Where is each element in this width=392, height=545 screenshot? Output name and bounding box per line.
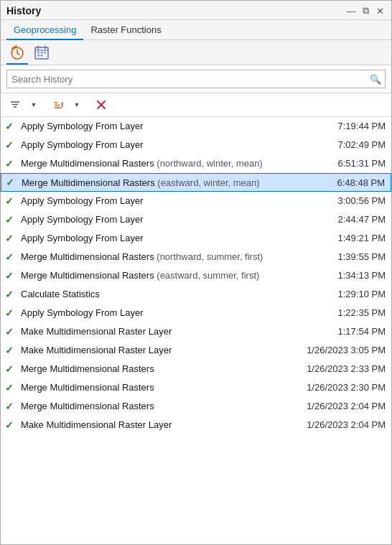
restore-button[interactable]: ⧉	[360, 5, 371, 17]
tab-raster-functions[interactable]: Raster Functions	[83, 20, 168, 40]
success-check-icon: ✓	[5, 270, 15, 281]
list-item[interactable]: ✓Apply Symbology From Layer7:19:44 PM	[1, 117, 391, 136]
item-name: Merge Multidimensional Rasters	[21, 382, 301, 393]
item-name: Make Multidimensional Raster Layer	[21, 326, 332, 337]
success-check-icon: ✓	[5, 139, 15, 151]
title-controls: — ⧉ ✕	[345, 5, 386, 17]
success-check-icon: ✓	[5, 214, 15, 225]
item-name: Apply Symbology From Layer	[21, 214, 332, 225]
item-time: 2:44:47 PM	[338, 214, 386, 225]
list-item[interactable]: ✓Merge Multidimensional Rasters1/26/2023…	[1, 360, 391, 378]
filter-dropdown-arrow: ▼	[31, 101, 37, 108]
item-name: Make Multidimensional Raster Layer	[21, 345, 301, 355]
search-icon: 🔍	[370, 74, 381, 85]
calendar-tool-button[interactable]	[31, 43, 52, 65]
success-check-icon: ✓	[5, 363, 15, 375]
svg-rect-8	[37, 55, 39, 57]
list-item[interactable]: ✓Make Multidimensional Raster Layer1/26/…	[1, 341, 391, 360]
success-check-icon: ✓	[5, 307, 15, 319]
calendar-icon	[34, 45, 50, 60]
list-item[interactable]: ✓Calculate Statistics1:29:10 PM	[1, 285, 391, 304]
item-time: 1:49:21 PM	[338, 233, 386, 243]
restore-icon: ⧉	[363, 5, 369, 17]
item-time: 1/26/2023 2:33 PM	[307, 363, 386, 374]
history-list[interactable]: ✓Apply Symbology From Layer7:19:44 PM✓Ap…	[1, 117, 391, 544]
success-check-icon: ✓	[5, 419, 15, 431]
filter-button[interactable]	[6, 96, 24, 113]
success-check-icon: ✓	[5, 251, 15, 263]
tabs-bar: Geoprocessing Raster Functions	[1, 20, 391, 40]
success-check-icon: ✓	[5, 121, 15, 132]
item-name: Make Multidimensional Raster Layer	[21, 419, 301, 430]
success-check-icon: ✓	[5, 195, 15, 207]
item-time: 1/26/2023 2:04 PM	[307, 419, 386, 430]
list-item[interactable]: ✓Merge Multidimensional Rasters (eastwar…	[1, 266, 391, 285]
svg-rect-7	[44, 52, 46, 54]
toolbar-icons-row	[1, 40, 391, 65]
minimize-button[interactable]: —	[345, 5, 357, 17]
item-time: 1:34:13 PM	[338, 270, 386, 281]
history-tool-button[interactable]	[6, 43, 28, 65]
list-item[interactable]: ✓Apply Symbology From Layer1:22:35 PM	[1, 304, 391, 322]
sort-dropdown-arrow: ▼	[74, 101, 80, 108]
list-item[interactable]: ✓Merge Multidimensional Rasters (eastwar…	[1, 173, 391, 192]
list-item[interactable]: ✓Apply Symbology From Layer2:44:47 PM	[1, 210, 391, 229]
delete-button[interactable]	[93, 96, 110, 113]
filter-dropdown-button[interactable]: ▼	[25, 96, 42, 113]
list-item[interactable]: ✓Make Multidimensional Raster Layer1:17:…	[1, 322, 391, 341]
item-name: Apply Symbology From Layer	[21, 139, 332, 150]
list-item[interactable]: ✓Merge Multidimensional Rasters (northwa…	[1, 248, 391, 266]
success-check-icon: ✓	[5, 158, 15, 169]
item-time: 6:48:48 PM	[337, 177, 386, 188]
history-icon	[9, 45, 25, 60]
item-name: Merge Multidimensional Rasters	[21, 401, 301, 411]
list-item[interactable]: ✓Merge Multidimensional Rasters1/26/2023…	[1, 378, 391, 397]
item-name: Apply Symbology From Layer	[21, 121, 332, 131]
item-name: Apply Symbology From Layer	[21, 195, 332, 206]
sort-dropdown-button[interactable]: ▼	[68, 96, 85, 113]
list-item[interactable]: ✓Merge Multidimensional Rasters1/26/2023…	[1, 397, 391, 416]
svg-rect-9	[41, 55, 43, 57]
item-time: 1:22:35 PM	[338, 307, 386, 318]
svg-rect-5	[37, 52, 39, 54]
item-time: 1/26/2023 3:05 PM	[307, 345, 386, 355]
sort-up-button[interactable]	[50, 96, 67, 113]
list-item[interactable]: ✓Apply Symbology From Layer3:00:56 PM	[1, 192, 391, 210]
list-item[interactable]: ✓Apply Symbology From Layer7:02:49 PM	[1, 136, 391, 154]
item-params: (eastward, winter, mean)	[155, 177, 260, 188]
success-check-icon: ✓	[5, 326, 15, 337]
delete-icon	[97, 101, 106, 109]
main-content: 🔍 ▼	[1, 65, 391, 544]
item-time: 7:19:44 PM	[338, 121, 386, 131]
item-time: 1/26/2023 2:30 PM	[307, 382, 386, 393]
list-item[interactable]: ✓Apply Symbology From Layer1:49:21 PM	[1, 229, 391, 248]
item-params: (eastward, summer, first)	[154, 270, 260, 281]
success-check-icon: ✓	[5, 345, 15, 356]
tab-geoprocessing[interactable]: Geoprocessing	[6, 20, 83, 40]
success-check-icon: ✓	[5, 401, 15, 412]
item-name: Merge Multidimensional Rasters (northwar…	[21, 251, 332, 262]
sort-up-icon	[53, 100, 63, 110]
list-item[interactable]: ✓Merge Multidimensional Rasters (northwa…	[1, 154, 391, 173]
search-wrapper: 🔍	[6, 70, 386, 88]
close-icon: ✕	[376, 6, 384, 17]
item-name: Merge Multidimensional Rasters (eastward…	[22, 177, 332, 188]
item-name: Merge Multidimensional Rasters	[21, 363, 301, 374]
window-title: History	[6, 5, 41, 17]
item-name: Calculate Statistics	[21, 289, 332, 299]
item-time: 1:39:55 PM	[338, 251, 386, 262]
search-row: 🔍	[1, 65, 391, 93]
svg-rect-6	[41, 52, 43, 54]
success-check-icon: ✓	[5, 233, 15, 244]
minimize-icon: —	[347, 6, 356, 17]
title-bar: History — ⧉ ✕	[1, 1, 391, 20]
item-params: (northward, winter, mean)	[154, 158, 263, 169]
close-button[interactable]: ✕	[374, 5, 386, 17]
item-time: 3:00:56 PM	[338, 195, 386, 206]
list-item[interactable]: ✓Make Multidimensional Raster Layer1/26/…	[1, 416, 391, 434]
item-params: (northward, summer, first)	[154, 251, 263, 262]
search-input[interactable]	[6, 70, 386, 88]
success-check-icon: ✓	[6, 177, 16, 188]
filter-icon	[10, 100, 20, 110]
item-time: 1/26/2023 2:04 PM	[307, 401, 386, 411]
